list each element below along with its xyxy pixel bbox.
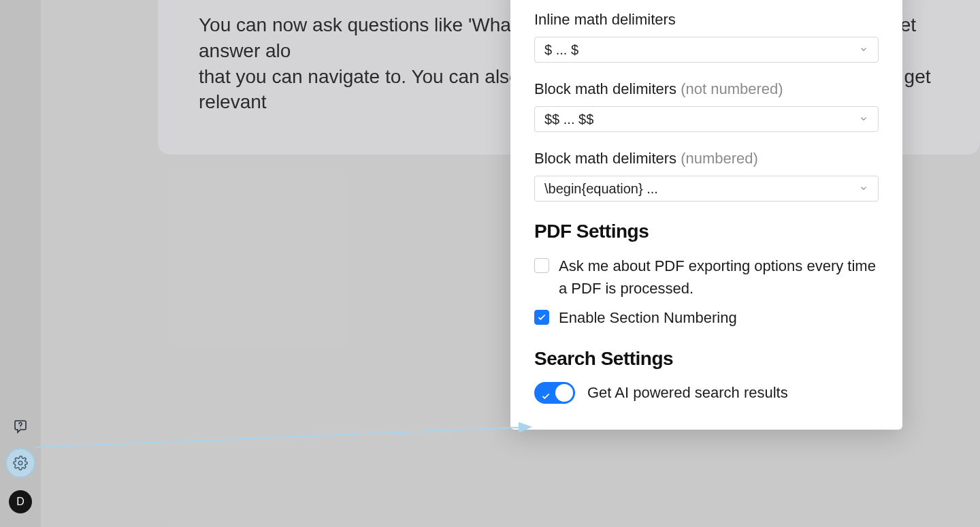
toggle-knob [555,384,573,402]
pdf-ask-label: Ask me about PDF exporting options every… [559,255,879,300]
section-numbering-option[interactable]: Enable Section Numbering [534,306,879,329]
check-icon [541,387,551,405]
block-math-num-label: Block math delimiters (numbered) [534,150,879,167]
block-math-num-value: \begin{equation} ... [544,181,658,197]
pdf-settings-title: PDF Settings [534,221,879,242]
block-math-unnum-select[interactable]: $$ ... $$ [534,106,879,132]
block-math-unnumbered-field: Block math delimiters (not numbered) $$ … [534,80,879,132]
block-math-numbered-field: Block math delimiters (numbered) \begin{… [534,150,879,202]
inline-math-field: Inline math delimiters $ ... $ [534,11,879,63]
toggle-on[interactable] [534,382,575,404]
checkbox-checked[interactable] [534,310,549,325]
inline-math-select[interactable]: $ ... $ [534,37,879,63]
ai-search-option[interactable]: Get AI powered search results [534,382,879,404]
settings-panel: LaTeX Settings Inline math delimiters $ … [510,0,902,430]
ai-search-label: Get AI powered search results [587,384,788,402]
block-math-unnum-label: Block math delimiters (not numbered) [534,80,879,98]
search-settings-title: Search Settings [534,348,879,370]
block-math-unnum-value: $$ ... $$ [544,112,593,127]
chevron-down-icon [859,42,868,58]
section-numbering-label: Enable Section Numbering [559,306,737,329]
chevron-down-icon [859,181,868,197]
block-math-num-select[interactable]: \begin{equation} ... [534,176,879,202]
inline-math-value: $ ... $ [544,42,578,58]
inline-math-label: Inline math delimiters [534,11,879,29]
pdf-ask-option[interactable]: Ask me about PDF exporting options every… [534,255,879,300]
chevron-down-icon [859,112,868,127]
checkbox-unchecked[interactable] [534,258,549,273]
